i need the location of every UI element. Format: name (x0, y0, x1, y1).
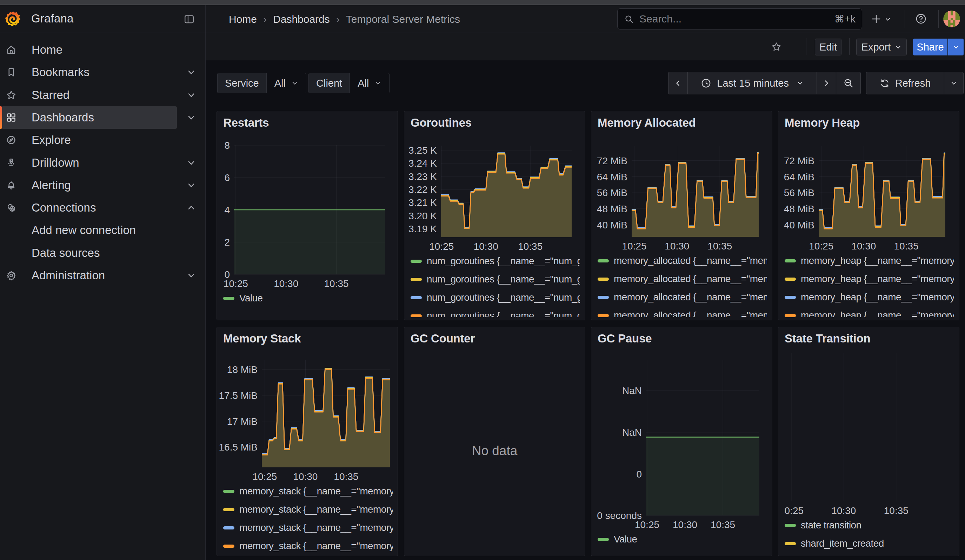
legend-item[interactable]: memory_allocated {__name__="memo (598, 254, 767, 268)
chevron-down-icon[interactable] (186, 67, 196, 77)
svg-text:10:30: 10:30 (274, 278, 298, 289)
svg-text:3.25 K: 3.25 K (409, 145, 437, 156)
share-caret-icon[interactable] (948, 39, 963, 56)
header-border (0, 33, 965, 33)
panel-state-transition: State Transition10:2510:3010:35state tra… (778, 327, 959, 556)
search-input[interactable]: Search... ⌘+k (617, 8, 862, 29)
chevron-down-icon (291, 80, 298, 87)
sidebar-item-drilldown[interactable]: Drilldown (0, 152, 206, 174)
chevron-down-icon[interactable] (186, 271, 196, 280)
svg-text:64 MiB: 64 MiB (784, 171, 815, 183)
svg-text:10:30: 10:30 (673, 519, 697, 530)
legend-item[interactable]: memory_allocated {__name__="memo (598, 290, 767, 304)
legend-series-label: Value (239, 292, 263, 304)
svg-text:10:25: 10:25 (622, 241, 647, 251)
legend-item[interactable]: memory_heap {__name__="memory_h (785, 309, 954, 317)
sidebar-item-connections[interactable]: Connections (0, 196, 206, 219)
sidebar-item-home[interactable]: Home (0, 39, 206, 61)
breadcrumb-item[interactable]: Home (229, 13, 257, 25)
add-new-icon[interactable] (871, 14, 882, 24)
time-picker-group: Last 15 minutes (668, 72, 861, 95)
legend-series-label: memory_allocated {__name__="memo (614, 310, 767, 317)
edit-button[interactable]: Edit (815, 39, 841, 56)
sidebar-collapse-icon[interactable] (183, 14, 195, 25)
refresh-caret-icon[interactable] (944, 72, 963, 94)
svg-text:10:30: 10:30 (665, 241, 689, 251)
legend-series-label: memory_allocated {__name__="memo (614, 292, 767, 303)
legend-series-label: memory_stack {__name__="memory_s (239, 540, 393, 552)
chevron-up-icon[interactable] (186, 203, 196, 213)
time-forward-button[interactable] (817, 72, 836, 94)
refresh-icon (880, 78, 890, 88)
legend-series-color (598, 278, 609, 281)
bell-icon (6, 180, 16, 191)
sidebar-item-starred[interactable]: Starred (0, 84, 206, 106)
svg-text:3.23 K: 3.23 K (409, 171, 437, 182)
time-back-button[interactable] (669, 72, 687, 94)
legend-item[interactable]: memory_stack {__name__="memory_s (223, 539, 393, 553)
legend-item[interactable]: memory_stack {__name__="memory_s (223, 503, 393, 516)
legend-item[interactable]: memory_heap {__name__="memory_h (785, 272, 954, 286)
svg-text:40 MiB: 40 MiB (597, 220, 627, 230)
legend-series-color (785, 296, 796, 299)
legend-item[interactable]: Value (223, 291, 393, 305)
sidebar-item-data-sources[interactable]: Data sources (0, 242, 206, 264)
avatar[interactable] (943, 11, 960, 28)
legend-series-color (598, 296, 609, 299)
legend-item[interactable]: memory_heap {__name__="memory_h (785, 254, 954, 268)
sidebar-item-explore[interactable]: Explore (0, 129, 206, 151)
sidebar-item-administration[interactable]: Administration (0, 264, 206, 287)
legend-item[interactable]: shard_item_created (785, 537, 954, 550)
share-button[interactable]: Share (913, 39, 947, 56)
add-new-caret-icon[interactable] (884, 16, 891, 23)
export-button[interactable]: Export (856, 39, 907, 56)
variable-service-value[interactable]: All (267, 73, 306, 93)
star-dashboard-icon[interactable] (771, 42, 782, 52)
legend-item[interactable]: num_goroutines {__name__="num_go (411, 272, 580, 286)
svg-text:10:25: 10:25 (429, 241, 454, 252)
legend-item[interactable]: memory_allocated {__name__="memo (598, 272, 767, 286)
svg-text:10:25: 10:25 (224, 278, 248, 289)
legend-series-label: state transition (801, 520, 862, 531)
legend-item[interactable]: num_goroutines {__name__="num_go (411, 291, 580, 305)
sidebar-item-alerting[interactable]: Alerting (0, 174, 206, 196)
zoom-out-button[interactable] (836, 72, 860, 94)
legend-item[interactable]: num_goroutines {__name__="num_go (411, 309, 580, 317)
breadcrumb-item[interactable]: Dashboards (273, 13, 330, 25)
cog-icon (6, 270, 16, 281)
svg-text:17 MiB: 17 MiB (227, 416, 258, 427)
variable-client-value[interactable]: All (350, 73, 389, 93)
sidebar: Grafana HomeBookmarksStarredDashboardsEx… (0, 5, 206, 560)
legend-item[interactable]: state transition (785, 518, 954, 532)
time-range-button[interactable]: Last 15 minutes (688, 72, 817, 94)
panel-title[interactable]: GC Counter (411, 331, 475, 346)
legend-item[interactable]: Value (598, 532, 767, 546)
refresh-button[interactable]: Refresh (867, 72, 944, 94)
svg-text:6: 6 (224, 172, 230, 183)
toolbar-divider (806, 38, 806, 55)
variable-client-label: Client (309, 73, 350, 93)
legend-series-color (785, 259, 796, 263)
legend-item[interactable]: memory_stack {__name__="memory_s (223, 484, 393, 498)
chevron-down-icon[interactable] (186, 90, 196, 100)
window-titlebar-strip (0, 0, 965, 5)
sidebar-item-dashboards[interactable]: Dashboards (0, 106, 206, 129)
legend-item[interactable]: memory_stack {__name__="memory_s (223, 521, 393, 535)
legend-item[interactable]: memory_allocated {__name__="memo (598, 309, 767, 317)
chevron-down-icon[interactable] (186, 158, 196, 168)
panel-memory-allocated: Memory Allocated72 MiB64 MiB56 MiB48 MiB… (591, 111, 772, 320)
help-icon[interactable] (915, 13, 927, 24)
header-divider (938, 10, 939, 28)
legend-item[interactable]: memory_heap {__name__="memory_h (785, 290, 954, 304)
grafana-logo-icon[interactable] (4, 10, 22, 28)
sidebar-item-bookmarks[interactable]: Bookmarks (0, 61, 206, 83)
search-icon (624, 15, 634, 24)
chevron-down-icon[interactable] (186, 113, 196, 122)
legend-series-color (598, 259, 609, 263)
chevron-down-icon[interactable] (186, 180, 196, 190)
legend-series-color (598, 314, 609, 317)
no-data-text: No data (404, 444, 585, 458)
legend-item[interactable]: num_goroutines {__name__="num_go (411, 254, 580, 268)
sidebar-item-add-new-connection[interactable]: Add new connection (0, 219, 206, 242)
sidebar-item-label: Explore (31, 134, 71, 146)
